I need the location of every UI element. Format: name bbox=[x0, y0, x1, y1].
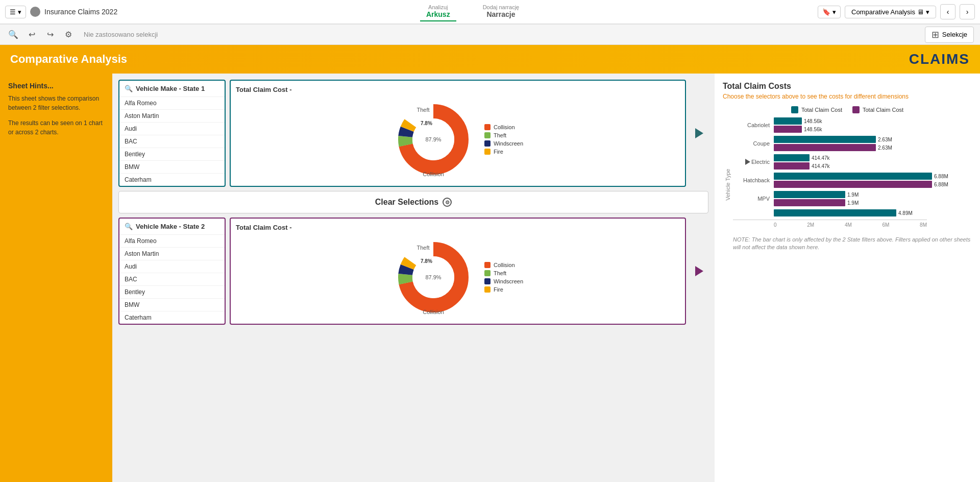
settings-toolbar-btn[interactable]: ⚙ bbox=[61, 28, 76, 42]
legend-fire-2: Fire bbox=[484, 286, 523, 293]
state2-arrow-icon bbox=[695, 266, 703, 276]
bars-coupe: 2.63M 2.63M bbox=[774, 136, 972, 151]
windscreen-dot-2 bbox=[484, 278, 491, 284]
bars-hatchback: 6.88M 6.88M bbox=[774, 173, 972, 188]
list-item[interactable]: BMW bbox=[119, 161, 225, 174]
tab-arkusz[interactable]: Analizuj Arkusz bbox=[420, 2, 456, 21]
val-teal-mpv: 1.9M bbox=[847, 192, 859, 198]
tab-arkusz-label: Analizuj bbox=[428, 4, 448, 10]
right-panel-title: Total Claim Costs bbox=[723, 82, 972, 91]
bar-purple-mpv: 1.9M bbox=[774, 199, 972, 206]
selections-label: Selekcje bbox=[942, 31, 967, 38]
clear-selections-row[interactable]: Clear Selections ⚙ bbox=[118, 191, 708, 213]
bar-label-electric: Electric bbox=[751, 159, 770, 165]
svg-text:Collision: Collision bbox=[423, 171, 444, 177]
val-teal-cabriolet: 148.56k bbox=[804, 118, 822, 124]
monitor-icon: 🖥 bbox=[917, 8, 924, 16]
hamburger-icon: ☰ bbox=[10, 8, 16, 16]
bar-row-last: 4.89M bbox=[733, 209, 972, 216]
tab-narracje[interactable]: Dodaj narrację Narracje bbox=[477, 2, 526, 21]
list-item[interactable]: BAC bbox=[119, 135, 225, 148]
axis-4m: 4M bbox=[845, 222, 852, 228]
app-title: Insurance Claims 2022 bbox=[44, 8, 117, 16]
bar-row-coupe: Coupe 2.63M 2.63M bbox=[733, 136, 972, 151]
menu-arrow-icon: ▾ bbox=[18, 8, 21, 16]
axis-6m: 6M bbox=[882, 222, 889, 228]
state2-donut: 87.9% Theft 7.8% Collision bbox=[393, 236, 474, 318]
electric-expand-icon[interactable] bbox=[745, 159, 750, 165]
grid-icon: ⊞ bbox=[932, 29, 939, 40]
state2-arrow-button[interactable] bbox=[690, 262, 708, 280]
list-item[interactable]: Caterham bbox=[119, 311, 225, 324]
legend-collision-label: Collision bbox=[494, 124, 515, 130]
teal-bar-electric bbox=[774, 154, 810, 161]
list-item[interactable]: Bentley bbox=[119, 286, 225, 299]
val-teal-electric: 414.47k bbox=[812, 155, 830, 161]
analysis-button[interactable]: Comparative Analysis 🖥 ▾ bbox=[845, 6, 936, 18]
list-item[interactable]: Bentley bbox=[119, 148, 225, 161]
bar-teal-last: 4.89M bbox=[774, 209, 972, 216]
right-panel: Total Claim Costs Choose the selectors a… bbox=[715, 74, 980, 482]
legend-theft-label-2: Theft bbox=[494, 270, 506, 276]
state2-filter-list[interactable]: Alfa Romeo Aston Martin Audi BAC Bentley… bbox=[119, 235, 225, 324]
clear-selections-label: Clear Selections bbox=[375, 198, 439, 207]
bar-purple-hatchback: 6.88M bbox=[774, 181, 972, 188]
state2-row: 🔍 Vehicle Make - State 2 Alfa Romeo Asto… bbox=[118, 218, 708, 325]
state1-donut-svg: 87.9% Theft 7.8% Collision bbox=[393, 99, 474, 180]
back-btn[interactable]: ↩ bbox=[24, 28, 39, 42]
state1-arrow-button[interactable] bbox=[690, 124, 708, 142]
y-axis-label: Vehicle Type bbox=[723, 117, 733, 252]
list-item[interactable]: BAC bbox=[119, 273, 225, 286]
val-purple-cabriolet: 148.56k bbox=[804, 127, 822, 132]
bars-mpv: 1.9M 1.9M bbox=[774, 191, 972, 206]
bookmark-button[interactable]: 🔖 ▾ bbox=[818, 6, 841, 18]
nav-forward-button[interactable]: › bbox=[960, 4, 975, 19]
list-item[interactable]: Aston Martin bbox=[119, 110, 225, 123]
list-item[interactable]: Audi bbox=[119, 260, 225, 273]
state1-legend: Collision Theft Windscreen Fire bbox=[484, 124, 523, 155]
legend-collision-label-2: Collision bbox=[494, 262, 515, 268]
state1-filter-list[interactable]: Alfa Romeo Aston Martin Audi BAC Bentley… bbox=[119, 97, 225, 186]
page-title: Comparative Analysis bbox=[10, 53, 127, 66]
val-teal-coupe: 2.63M bbox=[878, 137, 892, 142]
list-item[interactable]: Caterham bbox=[119, 174, 225, 186]
fire-dot-2 bbox=[484, 286, 491, 293]
bar-label-coupe: Coupe bbox=[733, 140, 774, 147]
state1-filter-title: Vehicle Make - State 1 bbox=[136, 85, 205, 92]
state2-donut-svg: 87.9% Theft 7.8% Collision bbox=[393, 236, 474, 318]
list-item[interactable]: BMW bbox=[119, 299, 225, 311]
legend-teal: Total Claim Cost bbox=[791, 106, 842, 113]
menu-button[interactable]: ☰ ▾ bbox=[5, 6, 26, 18]
bar-row-cabriolet: Cabriolet 148.56k 148.56k bbox=[733, 117, 972, 133]
svg-text:Collision: Collision bbox=[423, 309, 444, 315]
purple-bar-coupe bbox=[774, 144, 876, 151]
axis-0: 0 bbox=[774, 222, 777, 228]
list-item[interactable]: Alfa Romeo bbox=[119, 97, 225, 110]
legend-windscreen: Windscreen bbox=[484, 140, 523, 147]
state2-search-icon: 🔍 bbox=[125, 223, 133, 230]
axis-2m: 2M bbox=[807, 222, 814, 228]
selections-button[interactable]: ⊞ Selekcje bbox=[925, 27, 974, 43]
electric-label-group: Electric bbox=[733, 159, 774, 165]
state1-filter-box: 🔍 Vehicle Make - State 1 Alfa Romeo Asto… bbox=[118, 80, 226, 187]
svg-text:87.9%: 87.9% bbox=[425, 274, 441, 280]
legend-purple: Total Claim Cost bbox=[852, 106, 903, 113]
list-item[interactable]: Aston Martin bbox=[119, 248, 225, 260]
nav-back-button[interactable]: ‹ bbox=[940, 4, 955, 19]
collision-dot-2 bbox=[484, 262, 491, 268]
purple-bar-mpv bbox=[774, 199, 845, 206]
legend-windscreen-label-2: Windscreen bbox=[494, 278, 523, 284]
nav-right-actions: 🔖 ▾ Comparative Analysis 🖥 ▾ ‹ › bbox=[818, 4, 975, 19]
search-toolbar-btn[interactable]: 🔍 bbox=[6, 28, 20, 42]
forward-btn[interactable]: ↪ bbox=[43, 28, 57, 42]
bar-label-cabriolet: Cabriolet bbox=[733, 122, 774, 128]
bar-label-mpv: MPV bbox=[733, 196, 774, 202]
hint-title: Sheet Hints... bbox=[8, 82, 104, 90]
list-item[interactable]: Alfa Romeo bbox=[119, 235, 225, 248]
state1-chart-box: Total Claim Cost - bbox=[230, 80, 686, 187]
state1-chart-area: 87.9% Theft 7.8% Collision Collision bbox=[236, 98, 680, 181]
list-item[interactable]: Audi bbox=[119, 123, 225, 135]
legend-theft: Theft bbox=[484, 132, 523, 138]
toolbar: 🔍 ↩ ↪ ⚙ Nie zastosowano selekcji ⊞ Selek… bbox=[0, 25, 980, 45]
val-teal-last: 4.89M bbox=[898, 210, 913, 216]
